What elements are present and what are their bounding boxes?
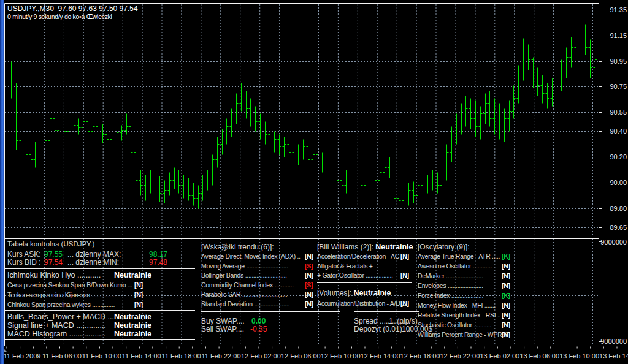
price-tick-label: 90.20: [599, 153, 627, 161]
oscillator-row-label: Average True Range - ATR .....: [418, 252, 500, 260]
macd-row-label: Bulls_Bears_Power + MACD ...: [7, 313, 114, 321]
trend-indicator-row-status: [N]: [305, 291, 313, 298]
trend-indicator-row: Commodity Channel Index ............[S]: [201, 282, 294, 289]
macd-row: Bulls_Bears_Power + MACD ...Neutralnie: [7, 313, 114, 322]
volumes-row-label: Accumulation/Distribution - A/D ..: [317, 300, 405, 307]
ohlc-values: 97.60 97.63 97.50 97.54: [58, 4, 137, 13]
divider: [3, 268, 195, 269]
oscillator-row: Williams Percent Range - WPR%[N]: [418, 332, 508, 339]
oscillator-row: DeMarker .......................[N]: [418, 273, 483, 280]
price-tick-label: 91.35: [599, 6, 627, 13]
oscillator-row: Awesome Oscillator ............[N]: [418, 263, 492, 270]
divider: [3, 339, 195, 340]
price-tick-label: 89.65: [599, 224, 627, 231]
oscillator-row: Stochastic Oscillator ...........[N]: [418, 322, 491, 329]
ichimoku-row: Tenkan-sen przecina Kijun-sen ..........…: [7, 292, 116, 299]
oscillator-row-status: [N]: [502, 302, 510, 309]
bid-value: 97.54: [44, 259, 63, 267]
macd-row-status: Neutralnie: [114, 330, 151, 339]
ichimoku-status: Neutralnie: [114, 271, 151, 280]
oscillator-row-label: Force Index ....................: [418, 292, 483, 299]
oscillator-row: Envelopes ......................[N]: [418, 282, 483, 290]
trend-indicator-row-label: Moving Average .........................…: [201, 262, 288, 270]
panel-title: Tabela kontrolna (USDJPY.): [7, 240, 94, 248]
oscillator-row-status: [N]: [502, 273, 510, 280]
symbol-title-line: USDJPY.,M30 97.60 97.63 97.50 97.54: [7, 5, 138, 13]
oscillator-row-label: Awesome Oscillator ............: [418, 262, 492, 270]
price-tick-label: 90.00: [599, 179, 627, 186]
price-tick-label: 89.80: [599, 205, 627, 212]
bill-williams-row-label: + Gator Oscillator .................: [317, 271, 393, 279]
trend-indicator-row-label: Parabolic SAR ..........................…: [201, 290, 287, 298]
divider: [317, 282, 412, 283]
trend-indicator-row-status: [N]: [305, 253, 313, 260]
daily-min-label: ... dzienne MIN:: [67, 259, 119, 267]
bill-williams-row-status: [N]: [400, 253, 409, 260]
bill-williams-row-label: Acceleration/Deceleration - AC ..: [317, 252, 404, 260]
symbol-label: USDJPY.,M30: [7, 4, 54, 13]
ichimoku-row-label: Tenkan-sen przecina Kijun-sen ..........…: [7, 291, 116, 298]
oscillator-row-label: Stochastic Oscillator ...........: [418, 321, 491, 328]
bid-label: Kurs BID :: [7, 259, 41, 267]
macd-row-status: Neutralnie: [114, 313, 151, 322]
bill-williams-row-status: [N]: [400, 272, 409, 279]
mt4-chart-window: { "window": { "symbol": "USDJPY.,M30", "…: [0, 0, 628, 364]
ichimoku-row: Cena przecina Senkou Span-B/Down Kumo ..…: [7, 282, 132, 289]
trend-indicator-row-label: Average Direct. Move. Index (ADX) ..: [201, 252, 301, 260]
time-tick-label: 13 Feb 14:00: [593, 352, 628, 360]
oscillator-row-status: [N]: [502, 332, 510, 339]
volumes-row: Accumulation/Distribution - A/D ..[N]: [317, 300, 405, 308]
oscillators-header: [Oscylatory (9)]:: [418, 243, 470, 251]
trend-indicator-row: Standard Deviation .....................…: [201, 301, 289, 308]
trend-indicator-row-label: Standard Deviation .....................…: [201, 300, 289, 308]
macd-row-label: Signal line + MACD ..............: [7, 321, 106, 330]
window-edge-strip: [0, 0, 4, 364]
oscillator-row-label: Envelopes ......................: [418, 282, 483, 289]
trend-header: [Wska殄iki trendu (6)]:: [201, 243, 274, 251]
trend-indicator-row-status: [S]: [305, 263, 313, 270]
sub-scale-top: -9000000: [589, 238, 627, 246]
bill-williams-row: Alligator & Fractals +: [317, 263, 373, 270]
ichimoku-row: Chinkou Span przecina wykres ...........…: [7, 301, 115, 309]
price-tick-label: 91.15: [599, 32, 627, 39]
ichimoku-row-status: [N]: [134, 301, 143, 309]
bill-williams-row-label: Alligator & Fractals +: [317, 262, 373, 270]
trend-indicator-row: Parabolic SAR ..........................…: [201, 291, 287, 298]
oscillator-row-label: Williams Percent Range - WPR%: [418, 331, 508, 338]
macd-row: Signal line + MACD ..............Neutral…: [7, 322, 106, 330]
oscillator-row: Force Index ....................[K]: [418, 292, 483, 300]
bill-williams-status: Neutralnie: [375, 243, 413, 251]
oscillator-row: Relative Strength Index - RSI ..[N]: [418, 312, 500, 319]
oscillator-row-status: [N]: [502, 282, 510, 290]
macd-row-status: Neutralnie: [114, 322, 151, 330]
divider: [354, 311, 419, 312]
price-axis[interactable]: [599, 4, 628, 346]
divider: [201, 311, 340, 312]
oscillator-row-status: [N]: [502, 312, 510, 319]
oscillator-row-label: Money Flow Index - MFI .......: [418, 301, 496, 309]
price-tick-label: 90.95: [599, 58, 627, 65]
trend-indicator-row-status: [S]: [305, 282, 313, 289]
divider: [3, 310, 195, 311]
sub-scale-bottom: 9000000: [589, 338, 627, 345]
macd-row: MACD Histogram .................Neutraln…: [7, 330, 105, 339]
trend-indicator-row-label: Bollinger Bands ........................…: [201, 271, 287, 279]
ichimoku-row-status: [N]: [134, 292, 143, 299]
oscillator-row-status: [N]: [502, 322, 510, 329]
ichimoku-row-status: [N]: [134, 282, 143, 289]
daily-min-value: 97.48: [149, 259, 167, 267]
trend-indicator-row: Moving Average .........................…: [201, 263, 288, 270]
oscillator-row: Money Flow Index - MFI .......[N]: [418, 302, 496, 309]
main-chart-area[interactable]: [5, 4, 599, 237]
oscillator-row-status: [K]: [502, 253, 510, 260]
oscillator-row: Average True Range - ATR .....[K]: [418, 253, 500, 260]
oscillator-row-status: [K]: [502, 292, 510, 300]
price-tick-label: 90.75: [599, 83, 627, 90]
price-tick-label: 90.55: [599, 108, 627, 116]
volumes-header: [Volumes]: Neutralnie: [317, 289, 391, 298]
bill-williams-header: [Bill Williams (2)]: Neutralnie: [317, 243, 413, 252]
sell-swap-label: Sell SWAP....: [201, 325, 244, 333]
volumes-row-status: [N]: [400, 300, 409, 308]
oscillator-row-status: [N]: [502, 263, 510, 270]
volumes-status: Neutralnie: [353, 289, 391, 297]
